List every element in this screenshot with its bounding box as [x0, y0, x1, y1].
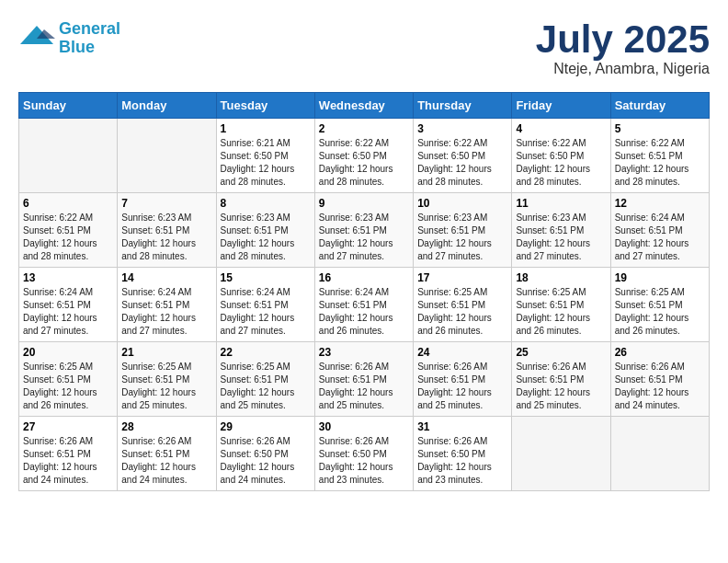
calendar-cell: 19Sunrise: 6:25 AMSunset: 6:51 PMDayligh… — [610, 268, 709, 342]
calendar-cell: 31Sunrise: 6:26 AMSunset: 6:50 PMDayligh… — [414, 417, 512, 491]
day-number: 21 — [121, 346, 211, 359]
logo-icon — [18, 18, 55, 55]
day-info: Sunrise: 6:24 AMSunset: 6:51 PMDaylight:… — [319, 286, 409, 338]
day-info: Sunrise: 6:25 AMSunset: 6:51 PMDaylight:… — [23, 361, 113, 412]
day-info: Sunrise: 6:21 AMSunset: 6:50 PMDaylight:… — [221, 137, 311, 189]
day-info: Sunrise: 6:23 AMSunset: 6:51 PMDaylight:… — [121, 212, 211, 263]
day-number: 4 — [516, 122, 606, 135]
day-number: 11 — [516, 197, 606, 210]
day-info: Sunrise: 6:23 AMSunset: 6:51 PMDaylight:… — [221, 212, 311, 263]
calendar-cell: 1Sunrise: 6:21 AMSunset: 6:50 PMDaylight… — [216, 119, 314, 193]
day-number: 16 — [319, 271, 409, 284]
calendar-table: SundayMondayTuesdayWednesdayThursdayFrid… — [18, 92, 710, 491]
calendar-cell: 14Sunrise: 6:24 AMSunset: 6:51 PMDayligh… — [118, 268, 216, 342]
calendar-cell: 12Sunrise: 6:24 AMSunset: 6:51 PMDayligh… — [610, 193, 709, 268]
day-number: 1 — [221, 122, 311, 135]
day-info: Sunrise: 6:22 AMSunset: 6:50 PMDaylight:… — [516, 137, 606, 189]
calendar-cell: 22Sunrise: 6:25 AMSunset: 6:51 PMDayligh… — [216, 342, 314, 417]
day-info: Sunrise: 6:22 AMSunset: 6:51 PMDaylight:… — [615, 137, 705, 189]
week-row-4: 20Sunrise: 6:25 AMSunset: 6:51 PMDayligh… — [19, 342, 710, 417]
day-info: Sunrise: 6:24 AMSunset: 6:51 PMDaylight:… — [23, 286, 113, 338]
day-number: 15 — [221, 271, 311, 284]
day-info: Sunrise: 6:26 AMSunset: 6:50 PMDaylight:… — [319, 435, 409, 487]
day-info: Sunrise: 6:25 AMSunset: 6:51 PMDaylight:… — [516, 286, 606, 338]
day-number: 17 — [417, 271, 507, 284]
calendar-cell: 5Sunrise: 6:22 AMSunset: 6:51 PMDaylight… — [610, 119, 709, 193]
calendar-cell: 29Sunrise: 6:26 AMSunset: 6:50 PMDayligh… — [216, 417, 314, 491]
day-info: Sunrise: 6:26 AMSunset: 6:51 PMDaylight:… — [319, 361, 409, 412]
day-number: 23 — [319, 346, 409, 359]
calendar-cell: 26Sunrise: 6:26 AMSunset: 6:51 PMDayligh… — [610, 342, 709, 417]
day-info: Sunrise: 6:23 AMSunset: 6:51 PMDaylight:… — [417, 212, 507, 263]
calendar-cell: 15Sunrise: 6:24 AMSunset: 6:51 PMDayligh… — [216, 268, 314, 342]
weekday-header-row: SundayMondayTuesdayWednesdayThursdayFrid… — [19, 93, 710, 119]
day-number: 10 — [417, 197, 507, 210]
location: Nteje, Anambra, Nigeria — [536, 61, 710, 77]
weekday-header-friday: Friday — [512, 93, 610, 119]
week-row-1: 1Sunrise: 6:21 AMSunset: 6:50 PMDaylight… — [19, 119, 710, 193]
calendar-cell: 13Sunrise: 6:24 AMSunset: 6:51 PMDayligh… — [19, 268, 118, 342]
page-header: General Blue July 2025 Nteje, Anambra, N… — [18, 18, 710, 77]
day-info: Sunrise: 6:26 AMSunset: 6:51 PMDaylight:… — [516, 361, 606, 412]
day-number: 3 — [417, 122, 507, 135]
day-number: 7 — [121, 197, 211, 210]
day-number: 20 — [23, 346, 113, 359]
calendar-cell: 16Sunrise: 6:24 AMSunset: 6:51 PMDayligh… — [314, 268, 413, 342]
day-info: Sunrise: 6:26 AMSunset: 6:50 PMDaylight:… — [417, 435, 507, 487]
calendar-cell: 3Sunrise: 6:22 AMSunset: 6:50 PMDaylight… — [414, 119, 512, 193]
calendar-cell: 24Sunrise: 6:26 AMSunset: 6:51 PMDayligh… — [414, 342, 512, 417]
day-number: 26 — [615, 346, 705, 359]
week-row-2: 6Sunrise: 6:22 AMSunset: 6:51 PMDaylight… — [19, 193, 710, 268]
weekday-header-thursday: Thursday — [414, 93, 512, 119]
week-row-5: 27Sunrise: 6:26 AMSunset: 6:51 PMDayligh… — [19, 417, 710, 491]
day-number: 29 — [221, 420, 311, 433]
day-number: 31 — [417, 420, 507, 433]
day-number: 9 — [319, 197, 409, 210]
calendar-cell: 18Sunrise: 6:25 AMSunset: 6:51 PMDayligh… — [512, 268, 610, 342]
day-info: Sunrise: 6:22 AMSunset: 6:50 PMDaylight:… — [319, 137, 409, 189]
day-info: Sunrise: 6:25 AMSunset: 6:51 PMDaylight:… — [221, 361, 311, 412]
day-info: Sunrise: 6:25 AMSunset: 6:51 PMDaylight:… — [121, 361, 211, 412]
calendar-cell: 8Sunrise: 6:23 AMSunset: 6:51 PMDaylight… — [216, 193, 314, 268]
day-number: 27 — [23, 420, 113, 433]
day-number: 2 — [319, 122, 409, 135]
calendar-cell: 21Sunrise: 6:25 AMSunset: 6:51 PMDayligh… — [118, 342, 216, 417]
day-number: 5 — [615, 122, 705, 135]
day-info: Sunrise: 6:26 AMSunset: 6:51 PMDaylight:… — [121, 435, 211, 487]
calendar-cell: 10Sunrise: 6:23 AMSunset: 6:51 PMDayligh… — [414, 193, 512, 268]
calendar-cell: 28Sunrise: 6:26 AMSunset: 6:51 PMDayligh… — [118, 417, 216, 491]
day-info: Sunrise: 6:26 AMSunset: 6:51 PMDaylight:… — [417, 361, 507, 412]
day-number: 30 — [319, 420, 409, 433]
calendar-cell: 23Sunrise: 6:26 AMSunset: 6:51 PMDayligh… — [314, 342, 413, 417]
day-info: Sunrise: 6:23 AMSunset: 6:51 PMDaylight:… — [319, 212, 409, 263]
calendar-cell: 27Sunrise: 6:26 AMSunset: 6:51 PMDayligh… — [19, 417, 118, 491]
day-info: Sunrise: 6:26 AMSunset: 6:51 PMDaylight:… — [23, 435, 113, 487]
day-number: 14 — [121, 271, 211, 284]
calendar-cell: 25Sunrise: 6:26 AMSunset: 6:51 PMDayligh… — [512, 342, 610, 417]
day-number: 28 — [121, 420, 211, 433]
calendar-cell: 4Sunrise: 6:22 AMSunset: 6:50 PMDaylight… — [512, 119, 610, 193]
calendar-cell: 17Sunrise: 6:25 AMSunset: 6:51 PMDayligh… — [414, 268, 512, 342]
day-number: 25 — [516, 346, 606, 359]
day-number: 12 — [615, 197, 705, 210]
day-info: Sunrise: 6:25 AMSunset: 6:51 PMDaylight:… — [615, 286, 705, 338]
calendar-cell — [512, 417, 610, 491]
logo-text: General Blue — [59, 20, 120, 57]
day-info: Sunrise: 6:22 AMSunset: 6:51 PMDaylight:… — [23, 212, 113, 263]
day-number: 24 — [417, 346, 507, 359]
weekday-header-wednesday: Wednesday — [314, 93, 413, 119]
calendar-cell — [610, 417, 709, 491]
weekday-header-monday: Monday — [118, 93, 216, 119]
month-title: July 2025 — [536, 18, 710, 61]
day-number: 18 — [516, 271, 606, 284]
day-info: Sunrise: 6:26 AMSunset: 6:50 PMDaylight:… — [221, 435, 311, 487]
day-info: Sunrise: 6:24 AMSunset: 6:51 PMDaylight:… — [221, 286, 311, 338]
day-info: Sunrise: 6:25 AMSunset: 6:51 PMDaylight:… — [417, 286, 507, 338]
day-number: 13 — [23, 271, 113, 284]
day-info: Sunrise: 6:23 AMSunset: 6:51 PMDaylight:… — [516, 212, 606, 263]
calendar-cell — [118, 119, 216, 193]
weekday-header-saturday: Saturday — [610, 93, 709, 119]
day-info: Sunrise: 6:24 AMSunset: 6:51 PMDaylight:… — [615, 212, 705, 263]
day-number: 22 — [221, 346, 311, 359]
weekday-header-tuesday: Tuesday — [216, 93, 314, 119]
